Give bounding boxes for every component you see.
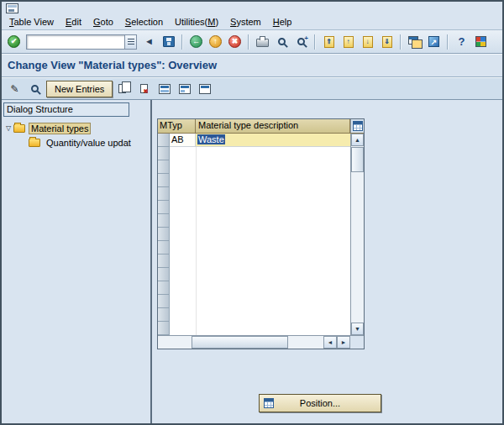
row-marker[interactable]	[158, 214, 170, 228]
select-all-icon	[159, 84, 171, 94]
row-marker[interactable]	[158, 295, 170, 308]
list-icon	[128, 39, 134, 45]
row-marker[interactable]	[158, 187, 170, 201]
menu-label-part: ystem	[236, 17, 260, 27]
row-marker[interactable]	[158, 201, 170, 214]
command-dropdown-button[interactable]	[124, 34, 137, 50]
horizontal-scroll-thumb[interactable]	[192, 336, 288, 349]
menu-item-help[interactable]: Help	[267, 15, 298, 29]
cell-mtyp[interactable]: AB	[170, 134, 196, 147]
next-page-button[interactable]: ↓	[359, 33, 376, 50]
table-header-row: MTyp Material type description	[158, 119, 364, 134]
scroll-up-button[interactable]: ▲	[351, 134, 364, 146]
row-marker[interactable]	[158, 160, 170, 174]
row-marker[interactable]	[158, 134, 170, 147]
customize-layout-button[interactable]	[472, 33, 490, 50]
command-field-group	[26, 34, 137, 50]
sap-window: Table View Edit Goto Selection Utilities…	[0, 0, 504, 425]
system-menu-icon[interactable]	[6, 3, 18, 13]
table-settings-button[interactable]	[350, 119, 364, 133]
enter-check-icon: ✔	[8, 35, 20, 48]
command-collapse-button[interactable]: ◄	[140, 33, 158, 50]
magnifier-icon	[31, 85, 39, 92]
pencil-icon: ✎	[10, 84, 18, 94]
exit-button[interactable]: ↑	[207, 33, 224, 50]
row-marker[interactable]	[158, 308, 170, 322]
row-marker[interactable]	[158, 228, 170, 241]
last-page-button[interactable]: ⇓	[378, 33, 396, 50]
content-area: Dialog Structure ▽ Material types Quanti…	[2, 100, 502, 423]
menu-label-part: Utilities(	[175, 17, 207, 27]
folder-icon	[29, 139, 40, 147]
horizontal-scrollbar[interactable]: ◄ ►	[158, 335, 364, 349]
cancel-button[interactable]: ✖	[226, 33, 244, 50]
menu-item-edit[interactable]: Edit	[60, 15, 87, 29]
row-marker[interactable]	[158, 174, 170, 187]
collapse-left-icon: ◄	[144, 37, 154, 46]
row-marker[interactable]	[158, 281, 170, 295]
new-session-button[interactable]	[406, 33, 423, 50]
application-toolbar: ✎ New Entries ✖	[2, 77, 502, 100]
delete-button[interactable]: ✖	[135, 80, 153, 97]
vertical-scroll-thumb[interactable]	[351, 147, 364, 172]
previous-page-button[interactable]: ↑	[339, 33, 357, 50]
scroll-left-button[interactable]: ◄	[323, 336, 337, 349]
find-button[interactable]	[273, 33, 291, 50]
print-button[interactable]	[254, 33, 271, 50]
table-middle: AB Waste ▲ ▼	[158, 134, 364, 335]
menu-item-table-view[interactable]: Table View	[3, 15, 60, 29]
copy-as-button[interactable]	[115, 80, 133, 97]
column-header-description[interactable]: Material type description	[196, 119, 350, 133]
menu-label-part: oto	[101, 17, 113, 27]
table-row: AB Waste	[170, 134, 350, 147]
row-marker[interactable]	[158, 147, 170, 160]
row-marker[interactable]	[158, 254, 170, 268]
row-marker[interactable]	[158, 241, 170, 254]
vertical-scrollbar[interactable]: ▲ ▼	[350, 134, 364, 335]
tree-expander-icon[interactable]: ▽	[3, 124, 13, 132]
scroll-right-button[interactable]: ►	[337, 336, 350, 349]
selected-text: Waste	[197, 134, 225, 144]
row-marker[interactable]	[158, 322, 170, 335]
back-arrow-icon: ←	[190, 35, 202, 48]
back-button[interactable]: ←	[187, 33, 205, 50]
save-button[interactable]	[160, 33, 177, 50]
scroll-right-icon: ►	[341, 339, 347, 345]
deselect-all-button[interactable]	[196, 80, 213, 97]
menu-label-part: election	[131, 17, 163, 27]
position-button[interactable]: Position...	[259, 394, 381, 412]
tree-item-material-types[interactable]: ▽ Material types	[3, 121, 150, 135]
help-button[interactable]: ?	[453, 33, 470, 50]
scroll-down-icon: ▼	[354, 326, 360, 332]
print-icon	[256, 39, 269, 47]
cell-description[interactable]: Waste	[196, 134, 350, 147]
column-header-mtyp[interactable]: MTyp	[158, 119, 196, 133]
select-all-button[interactable]	[155, 80, 173, 97]
toolbar-separator	[447, 34, 449, 50]
tree-item-quantity-value-update[interactable]: Quantity/value updat	[3, 135, 150, 150]
scroll-down-button[interactable]: ▼	[351, 323, 364, 335]
command-input[interactable]	[26, 34, 125, 50]
find-next-button[interactable]: +	[292, 33, 310, 50]
table-settings-icon	[353, 121, 363, 131]
display-change-toggle-button[interactable]: ✎	[6, 80, 24, 97]
scrollbar-corner	[350, 336, 364, 349]
row-marker[interactable]	[158, 268, 170, 281]
new-entries-button[interactable]: New Entries	[46, 81, 113, 97]
menu-label-part: dit	[71, 17, 81, 27]
enter-button[interactable]: ✔	[5, 33, 23, 50]
new-session-icon	[408, 36, 418, 45]
first-page-button[interactable]: ⇑	[320, 33, 338, 50]
select-block-button[interactable]	[176, 80, 193, 97]
folder-icon	[13, 124, 25, 133]
choose-button[interactable]	[26, 80, 44, 97]
menu-item-system[interactable]: System	[224, 15, 267, 29]
create-shortcut-button[interactable]: ↗	[425, 33, 443, 50]
menu-item-selection[interactable]: Selection	[119, 15, 169, 29]
material-types-table: MTyp Material type description AB Waste	[157, 118, 365, 349]
horizontal-scroll-track[interactable]	[158, 336, 323, 349]
scroll-left-icon: ◄	[328, 339, 333, 345]
menu-item-goto[interactable]: Goto	[87, 15, 119, 29]
menu-item-utilities[interactable]: Utilities(M)	[169, 15, 224, 29]
menu-label-part: able View	[14, 17, 55, 27]
